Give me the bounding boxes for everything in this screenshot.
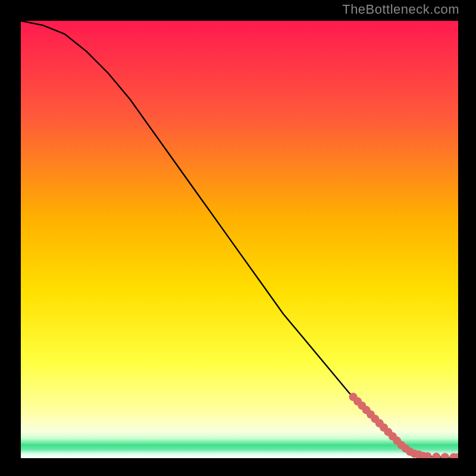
plot-area	[21, 21, 458, 458]
plot-svg	[21, 21, 458, 458]
watermark-text: TheBottleneck.com	[342, 2, 459, 17]
gradient-background	[21, 21, 458, 458]
chart-frame: TheBottleneck.com	[0, 0, 476, 476]
